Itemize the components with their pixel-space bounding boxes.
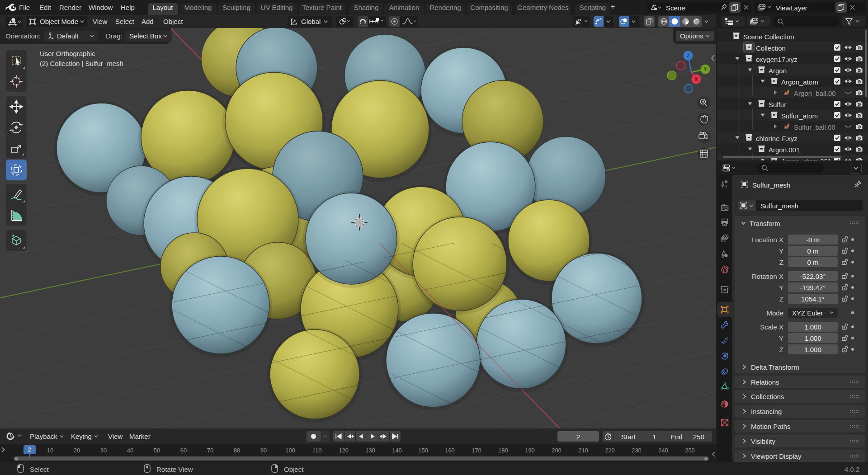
svg-text:Y: Y xyxy=(703,66,707,72)
svg-text:Z: Z xyxy=(687,53,690,58)
svg-text:X: X xyxy=(694,76,698,82)
